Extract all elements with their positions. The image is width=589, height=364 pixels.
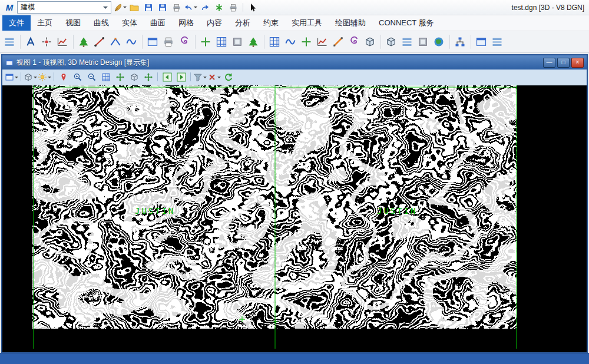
window-list-icon[interactable] [474,33,489,51]
dropdown-caret-icon [123,6,127,8]
place-point-icon[interactable] [39,33,54,51]
section-view-icon[interactable] [55,33,70,51]
place-vertex-icon[interactable] [108,33,123,51]
slope-icon[interactable] [330,33,346,51]
brightness-icon[interactable] [38,71,51,84]
place-label-icon[interactable] [23,33,38,51]
zoom-out-icon[interactable] [85,71,98,84]
grid-display-icon[interactable] [214,33,229,51]
view-next-icon[interactable] [174,71,188,84]
save-settings-icon[interactable] [155,1,169,14]
document-title: test.dgn [3D - V8 DGN] [512,4,585,12]
dropdown-caret-icon [48,77,51,78]
contour-tool-icon[interactable] [283,33,298,51]
saved-view-icon[interactable] [57,71,70,84]
zoom-in-icon[interactable] [71,71,84,84]
redo-icon[interactable] [198,1,211,14]
level-display-icon[interactable] [399,33,415,51]
view-previous-icon[interactable] [160,71,174,84]
tab-drawing-aids[interactable]: 绘图辅助 [329,15,372,31]
map-canvas[interactable]: JUSTIN JUSTIN [2,85,587,352]
measure-distance-icon[interactable] [198,33,213,51]
mesh-tool-icon[interactable] [267,33,282,51]
app-logo-icon: M [4,2,15,13]
clip-mask-icon[interactable] [207,71,221,84]
place-line-icon[interactable] [92,33,107,51]
tab-analyze[interactable]: 分析 [229,15,257,31]
drawing-canvas[interactable]: JUSTIN JUSTIN [2,85,587,352]
status-bar [0,353,589,364]
explorer-icon[interactable] [2,33,17,51]
map-label-left: JUSTIN [135,206,176,216]
reset-icon[interactable] [212,1,226,14]
tab-connect-services[interactable]: CONNECT 服务 [372,15,441,31]
tab-mesh[interactable]: 网格 [172,15,200,31]
rotate-view-icon[interactable] [127,71,141,84]
tools-icon[interactable] [415,33,431,51]
tab-constraints[interactable]: 约束 [257,15,285,31]
print-icon[interactable] [170,1,183,14]
view-window-controls: — □ × [543,58,584,68]
tab-view[interactable]: 视图 [59,15,87,31]
microstation-app: M 建模 [0,0,589,364]
curve-tool-icon[interactable] [177,33,192,51]
update-view-icon[interactable] [221,71,235,84]
fit-view-icon[interactable] [113,71,127,84]
title-bar: M 建模 [0,0,589,15]
tab-file[interactable]: 文件 [2,15,31,31]
close-button[interactable]: × [571,58,584,68]
pen-tool-icon[interactable] [113,1,127,14]
view-toolbar [2,70,587,85]
element-selection-icon[interactable] [246,1,259,14]
minimize-button[interactable]: — [543,58,555,68]
open-file-icon[interactable] [127,1,141,14]
chevron-down-icon [103,6,108,9]
sheet-model-icon[interactable] [230,33,245,51]
tab-solids[interactable]: 实体 [115,15,144,31]
dropdown-caret-icon [203,77,207,78]
dropdown-caret-icon [34,77,37,78]
view-title-bar[interactable]: 视图 1 - 顶视图, 3D Metric Design [显示集] — □ × [2,55,587,70]
view-title: 视图 1 - 顶视图, 3D Metric Design [显示集] [16,58,149,68]
ribbon-tabs: 文件 主页 视图 曲线 实体 曲面 网格 内容 分析 约束 实用工具 绘图辅助 … [0,15,589,31]
dropdown-caret-icon [194,6,197,8]
view-setup-icon[interactable] [145,33,160,51]
clip-volume-icon[interactable] [193,71,207,84]
tab-content[interactable]: 内容 [200,15,229,31]
view-window-1: 视图 1 - 顶视图, 3D Metric Design [显示集] — □ × [1,54,588,353]
workflow-selector[interactable]: 建模 [17,1,111,14]
dropdown-caret-icon [217,77,221,78]
workflow-selector-value: 建模 [21,2,35,12]
save-icon[interactable] [141,1,155,14]
transform-icon[interactable] [362,33,378,51]
tab-utilities[interactable]: 实用工具 [285,15,329,31]
tab-curves[interactable]: 曲线 [87,15,115,31]
cross-section-icon[interactable] [299,33,314,51]
raster-manager-icon[interactable] [383,33,399,51]
vegetation-icon[interactable] [246,33,261,51]
view-attributes-icon[interactable] [5,71,18,84]
project-explorer-icon[interactable] [452,33,468,51]
geo-coordination-icon[interactable] [431,33,446,51]
dropdown-caret-icon [15,77,18,78]
quick-access-toolbar [113,1,259,14]
tab-home[interactable]: 主页 [31,15,59,31]
display-style-icon[interactable] [24,71,37,84]
view-window-icon [5,58,14,67]
ribbon-toolbar [0,31,589,53]
pan-view-icon[interactable] [141,71,155,84]
map-label-right: JUSTIN [377,206,418,216]
terrain-model-icon[interactable] [76,33,91,51]
spiral-icon[interactable] [346,33,362,51]
undo-icon[interactable] [184,1,197,14]
tab-surfaces[interactable]: 曲面 [144,15,172,31]
print-organizer-icon[interactable] [161,33,176,51]
water-analysis-icon[interactable] [124,33,139,51]
restore-button[interactable]: □ [557,58,570,68]
window-area-icon[interactable] [99,71,112,84]
layout-icon[interactable] [489,33,505,51]
print-preview-icon[interactable] [226,1,240,14]
profile-icon[interactable] [315,33,330,51]
